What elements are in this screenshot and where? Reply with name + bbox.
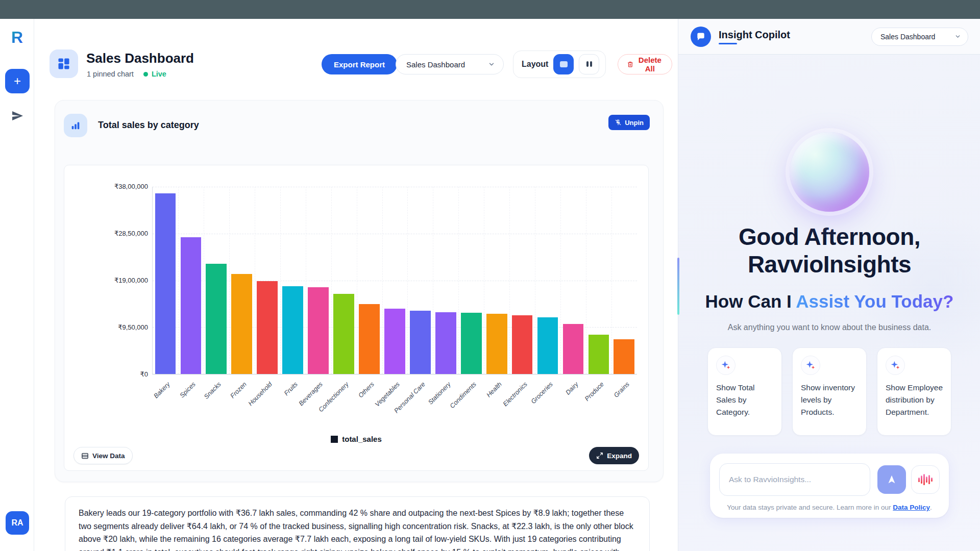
- delete-all-button[interactable]: Delete All: [618, 54, 672, 74]
- bar-chart-icon: [64, 114, 87, 137]
- legend-label: total_sales: [342, 435, 382, 443]
- ytick-label: ₹19,00,000: [64, 277, 148, 284]
- xtick-label: Beverages: [298, 381, 324, 407]
- bar-fruits[interactable]: [282, 286, 303, 374]
- xtick-label: Dairy: [564, 381, 580, 396]
- xtick-label: Condiments: [448, 381, 477, 410]
- copilot-dashboard-select[interactable]: Sales Dashboard: [871, 28, 968, 46]
- bar-others[interactable]: [359, 304, 380, 374]
- live-dot-icon: [143, 72, 148, 77]
- suggestion-card-employees[interactable]: Show Employee distribution by Department…: [877, 347, 951, 436]
- view-data-button[interactable]: View Data: [74, 447, 133, 464]
- bar-frozen[interactable]: [231, 274, 252, 374]
- greeting: Good Afternoon, RavvioInsights: [678, 223, 980, 278]
- dashboard-select[interactable]: Sales Dashboard: [396, 54, 504, 74]
- delete-all-label: Delete All: [638, 56, 663, 73]
- xtick-label: Health: [485, 381, 503, 398]
- suggestion-cards: Show Total Sales by Category. Show inven…: [707, 347, 951, 436]
- greeting-line2: RavvioInsights: [678, 251, 980, 278]
- send-question-button[interactable]: [877, 465, 906, 494]
- title-underline: [719, 43, 737, 44]
- export-report-button[interactable]: Export Report: [322, 54, 397, 74]
- plus-icon: +: [14, 74, 21, 88]
- privacy-suffix: .: [930, 504, 932, 511]
- suggestion-text: Show inventory levels by Products.: [801, 382, 858, 418]
- bar-beverages[interactable]: [308, 287, 329, 374]
- question-highlight: Assist You Today?: [796, 291, 953, 311]
- chart-area: ₹0₹9,50,000₹19,00,000₹28,50,000₹38,00,00…: [64, 165, 649, 471]
- bar-grains[interactable]: [614, 339, 634, 374]
- bar-health[interactable]: [486, 314, 507, 374]
- xtick-label: Grains: [612, 381, 630, 399]
- pinned-chart-card: Total sales by category Unpin ₹0₹9,50,00…: [55, 100, 664, 482]
- legend-swatch-icon: [331, 436, 338, 443]
- bar-groceries[interactable]: [537, 317, 558, 374]
- xtick-label: Bakery: [152, 381, 171, 399]
- app-logo: R: [0, 28, 34, 47]
- insight-copilot-panel: Insight Copilot Sales Dashboard Good Aft…: [678, 19, 980, 551]
- xtick-label: Electronics: [501, 381, 528, 408]
- xtick-label: Produce: [583, 381, 605, 403]
- bar-dairy[interactable]: [563, 324, 584, 374]
- bar-stationery[interactable]: [435, 312, 456, 374]
- layout-grid-button[interactable]: [553, 54, 574, 74]
- bar-vegetables[interactable]: [384, 309, 405, 374]
- data-policy-link[interactable]: Data Policy: [893, 504, 930, 511]
- bar-produce[interactable]: [589, 335, 609, 374]
- suggestion-card-sales[interactable]: Show Total Sales by Category.: [707, 347, 782, 436]
- assist-question: How Can I Assist You Today?: [678, 291, 980, 312]
- unpin-button[interactable]: Unpin: [608, 115, 650, 130]
- suggestion-card-inventory[interactable]: Show inventory levels by Products.: [792, 347, 867, 436]
- chart-legend: total_sales: [64, 435, 648, 443]
- grid-layout-icon: [560, 61, 568, 67]
- unpin-label: Unpin: [625, 119, 644, 127]
- xtick-label: Frozen: [229, 381, 248, 399]
- privacy-note: Your data stays private and secure. Lear…: [719, 504, 940, 511]
- bar-condiments[interactable]: [461, 313, 482, 374]
- view-data-label: View Data: [92, 452, 125, 460]
- xtick-label: Fruits: [282, 381, 299, 397]
- insight-summary-card: Bakery leads our 19-category portfolio w…: [65, 496, 650, 551]
- page-title: Sales Dashboard: [86, 51, 194, 66]
- expand-label: Expand: [607, 452, 632, 460]
- expand-icon: [596, 452, 603, 459]
- window-title-bar: [0, 0, 980, 19]
- left-sidebar: R + RA: [0, 19, 34, 551]
- expand-button[interactable]: Expand: [589, 447, 639, 464]
- ytick-label: ₹9,50,000: [64, 323, 148, 331]
- ai-orb-graphic: [790, 132, 869, 212]
- copilot-select-value: Sales Dashboard: [880, 33, 935, 41]
- page-subtitle: 1 pinned chart Live: [87, 70, 166, 78]
- copilot-subtext: Ask anything you want to know about the …: [678, 323, 980, 332]
- privacy-text: Your data stays private and secure. Lear…: [727, 504, 893, 511]
- user-avatar[interactable]: RA: [6, 511, 29, 535]
- ytick-label: ₹0: [64, 370, 148, 378]
- copilot-header: Insight Copilot Sales Dashboard: [678, 19, 980, 55]
- xtick-label: Spices: [178, 381, 197, 399]
- xtick-label: Groceries: [529, 381, 554, 405]
- waveform-icon: [918, 474, 933, 485]
- chart-plot: [152, 187, 637, 374]
- dashboard-icon: [50, 49, 78, 78]
- sidebar-item-chat[interactable]: [0, 110, 34, 122]
- ask-input-card: Your data stays private and secure. Lear…: [710, 454, 949, 518]
- new-chart-button[interactable]: +: [5, 69, 30, 93]
- chevron-down-icon: [954, 33, 961, 40]
- bar-snacks[interactable]: [206, 264, 227, 374]
- bar-household[interactable]: [257, 281, 278, 374]
- copilot-question-input[interactable]: [719, 463, 870, 496]
- ytick-label: ₹28,50,000: [64, 230, 148, 237]
- question-prefix: How Can I: [705, 291, 796, 311]
- bar-confectionery[interactable]: [333, 294, 354, 374]
- bar-bakery[interactable]: [155, 193, 176, 374]
- bar-electronics[interactable]: [512, 315, 533, 374]
- xtick-label: Others: [357, 381, 375, 399]
- live-status: Live: [152, 70, 166, 78]
- chart-xlabels: BakerySpicesSnacksFrozenHouseholdFruitsB…: [152, 375, 637, 436]
- voice-input-button[interactable]: [911, 465, 940, 494]
- layout-columns-button[interactable]: [579, 54, 599, 74]
- bar-spices[interactable]: [181, 237, 202, 374]
- suggestion-text: Show Employee distribution by Department…: [886, 382, 943, 418]
- bar-personal-care[interactable]: [410, 311, 431, 374]
- chart-yaxis: ₹0₹9,50,000₹19,00,000₹28,50,000₹38,00,00…: [64, 187, 148, 374]
